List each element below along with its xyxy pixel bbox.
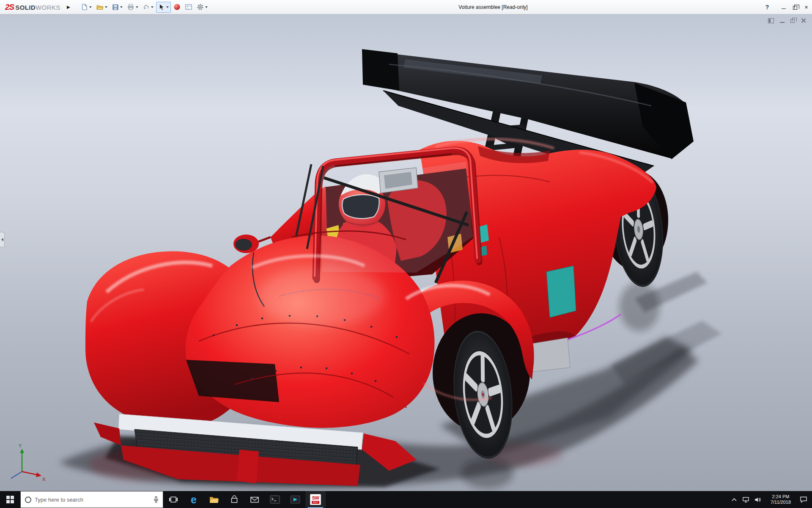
select-tool-button[interactable] — [156, 2, 171, 13]
dropdown-arrow-icon[interactable] — [205, 6, 208, 8]
dark-app-icon — [290, 495, 300, 504]
dock-window-icon[interactable] — [768, 18, 774, 23]
menu-flyout-arrow[interactable]: ▶ — [64, 2, 73, 12]
task-view-button[interactable] — [163, 491, 184, 508]
taskbar-search[interactable] — [20, 491, 163, 508]
document-restore-icon[interactable] — [790, 19, 795, 23]
command-prompt-button[interactable] — [265, 491, 285, 508]
hidden-icons-button[interactable] — [728, 491, 740, 508]
file-explorer-icon — [209, 495, 219, 504]
cortana-icon — [25, 497, 31, 503]
titlebar: 2S SOLIDWORKS ▶ — [0, 0, 812, 14]
ds-logo-mark: 2S — [5, 3, 14, 12]
drawing-sheet-button[interactable] — [183, 2, 194, 13]
dropdown-arrow-icon[interactable] — [166, 6, 169, 8]
chevron-up-icon — [731, 497, 738, 502]
minimize-icon — [782, 8, 786, 9]
solidworks-taskbar-button[interactable]: SW 2017 — [305, 491, 326, 508]
network-icon — [742, 497, 750, 503]
dropdown-arrow-icon[interactable] — [136, 6, 138, 8]
document-close-icon[interactable] — [801, 18, 806, 23]
gear-icon — [197, 3, 204, 11]
select-cursor-icon — [158, 3, 165, 11]
mail-button[interactable] — [244, 491, 265, 508]
windows-taskbar: e SW 2017 — [0, 491, 812, 508]
document-minimize-icon[interactable] — [780, 19, 785, 23]
document-title: Voiture assemblee [Read-only] — [458, 4, 527, 10]
search-input[interactable] — [35, 497, 153, 503]
minimize-button[interactable] — [778, 0, 789, 14]
undo-arrow-icon — [143, 3, 150, 11]
start-button[interactable] — [0, 491, 20, 508]
print-icon — [127, 3, 134, 11]
quick-access-toolbar — [79, 0, 210, 14]
windows-logo-icon — [6, 496, 14, 503]
edge-icon: e — [191, 494, 197, 505]
taskbar-clock[interactable]: 2:24 PM 7/11/2018 — [764, 494, 798, 505]
open-button[interactable] — [94, 2, 109, 13]
help-button[interactable]: ? — [762, 4, 773, 11]
window-controls: ? × — [762, 0, 812, 14]
store-bag-icon — [230, 495, 239, 504]
close-button[interactable]: × — [801, 0, 812, 14]
notification-icon — [800, 496, 807, 503]
edge-button[interactable]: e — [184, 491, 204, 508]
save-button[interactable] — [110, 2, 124, 13]
new-document-button[interactable] — [79, 2, 93, 13]
volume-tray-button[interactable] — [752, 491, 764, 508]
clock-date: 7/11/2018 — [765, 500, 796, 505]
task-view-icon — [169, 496, 178, 503]
clock-time: 2:24 PM — [765, 494, 796, 500]
maximize-button[interactable] — [789, 0, 801, 14]
panel-collapse-tab[interactable] — [0, 232, 5, 247]
solidworks-app-icon: SW 2017 — [310, 494, 321, 505]
solidworks-logo: 2S SOLIDWORKS — [0, 3, 60, 12]
mail-envelope-icon — [250, 496, 259, 503]
dropdown-arrow-icon[interactable] — [89, 6, 92, 8]
system-tray: 2:24 PM 7/11/2018 — [728, 491, 812, 508]
appearance-button[interactable] — [172, 2, 182, 13]
restore-icon — [793, 6, 797, 10]
dropdown-arrow-icon[interactable] — [151, 6, 154, 8]
dark-app-button[interactable] — [285, 491, 305, 508]
red-sphere-icon — [173, 3, 181, 11]
graphics-viewport[interactable] — [0, 14, 812, 491]
volume-icon — [754, 497, 762, 503]
store-button[interactable] — [224, 491, 244, 508]
drawing-sheet-icon — [185, 3, 192, 11]
print-button[interactable] — [125, 2, 140, 13]
undo-button[interactable] — [141, 2, 155, 13]
document-window-controls — [768, 18, 806, 23]
network-tray-button[interactable] — [740, 491, 752, 508]
dropdown-arrow-icon[interactable] — [105, 6, 107, 8]
save-floppy-icon — [112, 3, 119, 11]
options-button[interactable] — [195, 2, 209, 13]
action-center-button[interactable] — [798, 491, 809, 508]
open-folder-icon — [96, 3, 104, 11]
microphone-icon[interactable] — [153, 496, 159, 503]
file-explorer-button[interactable] — [204, 491, 224, 508]
command-prompt-icon — [270, 495, 280, 504]
new-document-icon — [81, 3, 88, 11]
dropdown-arrow-icon[interactable] — [120, 6, 123, 8]
